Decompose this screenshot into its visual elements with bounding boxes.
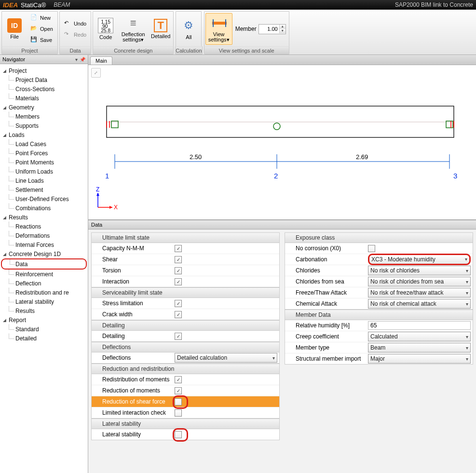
new-button[interactable]: 📄New	[28, 13, 55, 23]
tree-item[interactable]: Detailed	[1, 334, 87, 343]
document-title: SAP2000 BIM link to Concrete	[395, 1, 473, 8]
combo[interactable]: No risk of chemical attack	[368, 299, 471, 309]
tree-group[interactable]: ◢Report	[1, 315, 87, 324]
open-button[interactable]: 📂Open	[28, 24, 55, 34]
property-row: Crack width✓	[92, 309, 279, 320]
checkbox[interactable]: ✓	[175, 311, 182, 318]
tree-item[interactable]: Data	[1, 258, 87, 270]
gear-icon: ⚙	[181, 18, 196, 33]
brand-statica: StatiCa®	[21, 1, 46, 9]
tree-item[interactable]: Load Cases	[1, 139, 87, 149]
section-header: Exposure class	[285, 233, 473, 243]
pin-icon[interactable]: 📌	[80, 57, 85, 62]
property-row: Creep coefficientCalculated	[285, 331, 473, 342]
combo[interactable]: No risk of freeze/thaw attack	[368, 288, 471, 297]
property-row: Capacity N-M-M✓	[92, 243, 279, 254]
code-button[interactable]: 1.15.9025.8Code	[94, 13, 117, 45]
undo-button[interactable]: ↶Undo	[62, 18, 89, 29]
combo[interactable]: Major	[368, 354, 471, 364]
canvas[interactable]: ⤢ 2.50 2.69 1 2 3	[88, 65, 476, 220]
calculate-all-button[interactable]: ⚙All	[177, 13, 200, 45]
property-label: Creep coefficient	[285, 333, 368, 340]
tree-item[interactable]: Members	[1, 112, 87, 121]
tree-group[interactable]: ◢Project	[1, 66, 87, 75]
main-tabs: Main	[88, 55, 476, 65]
dropdown-icon[interactable]: ▾	[75, 57, 78, 62]
view-settings-button[interactable]: Viewsettings▾	[205, 13, 232, 45]
checkbox[interactable]: ✓	[175, 333, 182, 340]
tree-item[interactable]: Reactions	[1, 222, 87, 231]
tree-item[interactable]: Point Moments	[1, 158, 87, 167]
combo[interactable]: Beam	[368, 343, 471, 352]
tree-item[interactable]: Lateral stability	[1, 297, 87, 306]
tree-item[interactable]: Deflection	[1, 279, 87, 288]
tree-item[interactable]: Internal Forces	[1, 240, 87, 249]
tree-item[interactable]: Project Data	[1, 75, 87, 84]
spin-down[interactable]: ▼	[280, 29, 286, 33]
property-label: Detailing	[92, 333, 175, 339]
member-label: Member	[235, 26, 257, 32]
tree-item[interactable]: Reinforcement	[1, 270, 87, 279]
navigator-tree[interactable]: ◢ProjectProject DataCross-SectionsMateri…	[0, 64, 88, 473]
detailed-button[interactable]: TDetailed	[149, 13, 172, 45]
property-row: Detailing✓	[92, 331, 279, 341]
combo[interactable]: Detailed calculation	[175, 353, 277, 363]
title-bar: IDEA StatiCa® BEAM SAP2000 BIM link to C…	[0, 0, 476, 10]
checkbox[interactable]: ✓	[175, 278, 182, 285]
property-label: Stress limitation	[92, 300, 175, 307]
ribbon-group-calc: Calculation	[175, 46, 202, 54]
property-label: Lateral stability	[92, 431, 175, 438]
svg-text:X: X	[114, 204, 118, 211]
tree-item[interactable]: Supports	[1, 121, 87, 130]
tree-item[interactable]: Deformations	[1, 231, 87, 240]
property-label: Capacity N-M-M	[92, 245, 175, 252]
tree-item[interactable]: Combinations	[1, 203, 87, 213]
checkbox[interactable]	[368, 245, 375, 252]
open-icon: 📂	[30, 25, 38, 33]
text-input[interactable]	[368, 321, 471, 330]
navigator-panel: Navigator ▾ 📌 ◢ProjectProject DataCross-…	[0, 55, 88, 473]
property-label: Crack width	[92, 311, 175, 318]
combo[interactable]: No risk of chlorides from sea	[368, 277, 471, 286]
tab-main[interactable]: Main	[90, 56, 112, 65]
tree-item[interactable]: User-Defined Forces	[1, 194, 87, 203]
property-row: Structural member importMajor	[285, 353, 473, 364]
member-spinner[interactable]: ▲▼	[258, 24, 286, 34]
checkbox[interactable]: ✓	[175, 256, 182, 263]
tree-item[interactable]: Uniform Loads	[1, 167, 87, 176]
svg-text:2.50: 2.50	[190, 153, 202, 161]
file-button[interactable]: ID File	[3, 13, 26, 45]
tree-group[interactable]: ◢Geometry	[1, 103, 87, 112]
combo[interactable]: Calculated	[368, 332, 471, 341]
checkbox[interactable]: ✓	[175, 245, 182, 252]
checkbox[interactable]	[175, 409, 182, 417]
tree-group[interactable]: ◢Concrete Design 1D	[1, 249, 87, 258]
section-header: Member Data	[285, 310, 473, 320]
checkbox[interactable]: ✓	[175, 267, 182, 274]
spin-up[interactable]: ▲	[280, 25, 286, 29]
redo-button[interactable]: ↷Redo	[62, 29, 89, 40]
tree-group[interactable]: ◢Loads	[1, 130, 87, 139]
tree-group[interactable]: ◢Results	[1, 213, 87, 222]
combo[interactable]: XC3 - Moderate humidity	[368, 254, 471, 265]
svg-text:2.69: 2.69	[356, 153, 368, 161]
checkbox[interactable]: ✓	[175, 387, 182, 394]
checkbox[interactable]: ✓	[175, 300, 182, 307]
checkbox[interactable]: ✓	[175, 376, 182, 383]
tree-item[interactable]: Materials	[1, 94, 87, 103]
svg-rect-0	[212, 22, 227, 25]
tree-item[interactable]: Point Forces	[1, 149, 87, 158]
property-row: Redistribution of moments✓	[92, 374, 279, 385]
tree-item[interactable]: Redistribution and re	[1, 288, 87, 297]
tree-item[interactable]: Cross-Sections	[1, 84, 87, 94]
combo[interactable]: No risk of chlorides	[368, 266, 471, 275]
tree-item[interactable]: Settlement	[1, 185, 87, 194]
property-row: Interaction✓	[92, 276, 279, 287]
tree-item[interactable]: Line Loads	[1, 176, 87, 185]
member-value[interactable]	[259, 25, 279, 33]
tree-item[interactable]: Results	[1, 306, 87, 315]
tree-item[interactable]: Standard	[1, 324, 87, 334]
save-button[interactable]: 💾Save	[28, 35, 55, 45]
deflection-settings-button[interactable]: ≡Deflectionsettings▾	[118, 13, 148, 45]
section-header: Deflections	[92, 342, 279, 352]
